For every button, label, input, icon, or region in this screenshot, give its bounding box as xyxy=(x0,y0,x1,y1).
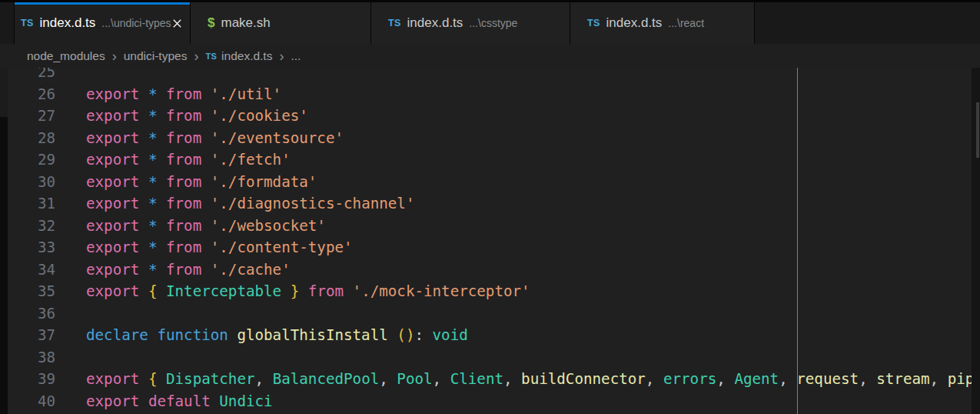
code-token: : xyxy=(414,326,432,344)
code-token: * xyxy=(148,129,166,147)
code-line[interactable]: 36 xyxy=(8,303,980,326)
line-number[interactable]: 37 xyxy=(8,325,55,347)
typescript-file-icon: TS xyxy=(21,18,34,28)
code-token: function xyxy=(157,326,237,344)
code-line[interactable]: 32export * from './websocket' xyxy=(8,215,980,238)
code-token: from xyxy=(166,129,211,147)
code-token: * xyxy=(148,239,166,256)
code-line[interactable]: 38 xyxy=(8,347,980,369)
code-token: { xyxy=(148,282,166,300)
code-token: './fetch' xyxy=(211,151,291,169)
line-number[interactable]: 34 xyxy=(8,259,55,282)
code-line[interactable]: 40export default Undici xyxy=(8,391,980,413)
code-token: './cache' xyxy=(211,261,291,279)
breadcrumb-item-undici-types[interactable]: undici-types xyxy=(124,49,188,63)
code-token: export xyxy=(86,129,148,147)
code-line[interactable]: 28export * from './eventsource' xyxy=(8,128,980,150)
line-number[interactable]: 36 xyxy=(8,303,55,326)
line-number[interactable]: 40 xyxy=(8,391,55,413)
line-number[interactable]: 30 xyxy=(8,172,55,194)
line-number[interactable]: 27 xyxy=(8,105,55,128)
tab-label: index.d.ts xyxy=(407,15,463,31)
code-token: stream xyxy=(876,370,929,388)
code-token: './util' xyxy=(211,85,281,103)
code-token: from xyxy=(166,173,211,191)
tab-label: make.sh xyxy=(221,15,270,31)
code-text: export { Dispatcher, BalancedPool, Pool,… xyxy=(86,369,980,391)
breadcrumb-label: node_modules xyxy=(27,49,105,63)
tab-make-sh[interactable]: $ make.sh xyxy=(191,2,371,44)
breadcrumb-label: index.d.ts xyxy=(221,49,272,63)
line-number[interactable]: 31 xyxy=(8,193,55,215)
code-line[interactable]: 37declare function globalThisInstall ():… xyxy=(8,325,980,347)
code-token: , xyxy=(255,370,273,388)
code-editor[interactable]: 2526export * from './util'27export * fro… xyxy=(0,68,980,414)
code-line[interactable]: 34export * from './cache' xyxy=(8,259,980,282)
code-token: * xyxy=(148,217,166,235)
line-number[interactable]: 26 xyxy=(8,84,55,106)
line-number[interactable]: 35 xyxy=(8,281,55,303)
code-token: export xyxy=(86,107,148,125)
code-text: export * from './content-type' xyxy=(86,237,353,259)
code-token: './eventsource' xyxy=(211,129,344,147)
tab-index-dts-undici-types[interactable]: TS index.d.ts ...\undici-types xyxy=(14,2,191,44)
scrollbar-slider[interactable] xyxy=(976,102,979,158)
code-token: , xyxy=(503,370,521,388)
left-edge-strip-top xyxy=(0,68,8,117)
line-number[interactable]: 28 xyxy=(8,128,55,150)
code-token: void xyxy=(433,326,468,344)
code-token: './formdata' xyxy=(211,173,317,191)
code-line[interactable]: 29export * from './fetch' xyxy=(8,149,980,172)
line-number[interactable]: 29 xyxy=(8,149,55,172)
breadcrumb-item-index-dts[interactable]: TS index.d.ts xyxy=(205,49,272,63)
tab-bar: TS index.d.ts ...\undici-types $ make.sh… xyxy=(0,0,980,44)
breadcrumb: node_modules › undici-types › TS index.d… xyxy=(0,44,980,68)
code-line[interactable]: 25 xyxy=(8,68,980,84)
breadcrumb-item-node-modules[interactable]: node_modules xyxy=(27,49,105,63)
code-line[interactable]: 26export * from './util' xyxy=(8,84,980,106)
code-token: , xyxy=(930,370,948,388)
code-token: './diagnostics-channel' xyxy=(211,195,415,212)
line-number[interactable]: 25 xyxy=(8,68,55,84)
tab-index-dts-csstype[interactable]: TS index.d.ts ...\csstype xyxy=(371,2,570,44)
code-text: export * from './util' xyxy=(86,84,281,106)
typescript-breadcrumb-icon: TS xyxy=(205,52,217,61)
code-line[interactable]: 30export * from './formdata' xyxy=(8,172,980,194)
code-token: * xyxy=(148,261,166,279)
code-line[interactable]: 39export { Dispatcher, BalancedPool, Poo… xyxy=(8,369,980,391)
breadcrumb-label: undici-types xyxy=(124,49,188,63)
tab-index-dts-react[interactable]: TS index.d.ts ...\react xyxy=(570,2,755,44)
line-number[interactable]: 39 xyxy=(8,369,55,391)
code-line[interactable]: 31export * from './diagnostics-channel' xyxy=(8,193,980,215)
code-text: declare function globalThisInstall (): v… xyxy=(86,325,468,347)
code-line[interactable]: 27export * from './cookies' xyxy=(8,105,980,128)
code-token: export xyxy=(86,85,148,103)
code-token: request xyxy=(796,370,859,388)
code-token: Client xyxy=(450,370,503,388)
code-line[interactable]: 33export * from './content-type' xyxy=(8,237,980,259)
line-number[interactable]: 32 xyxy=(8,215,55,238)
code-token: * xyxy=(148,85,166,103)
shell-file-icon: $ xyxy=(208,15,214,31)
left-edge-strip xyxy=(0,68,8,414)
close-icon[interactable] xyxy=(171,18,183,29)
code-token: Pool xyxy=(397,370,432,388)
code-text: export * from './websocket' xyxy=(86,215,326,238)
code-token: , xyxy=(433,370,450,388)
breadcrumb-chevron-icon: › xyxy=(112,49,117,63)
code-token: export xyxy=(86,217,148,235)
code-token: * xyxy=(148,107,166,125)
code-token: from xyxy=(308,282,353,300)
code-token: export xyxy=(86,261,148,279)
code-token: export xyxy=(86,282,148,300)
code-token: , xyxy=(859,370,876,388)
code-token: './cookies' xyxy=(211,107,308,125)
line-number[interactable]: 33 xyxy=(8,237,55,259)
code-line[interactable]: 35export { Interceptable } from './mock-… xyxy=(8,281,980,303)
line-number[interactable]: 38 xyxy=(8,347,55,369)
code-token: export xyxy=(86,370,148,388)
code-token: , xyxy=(779,370,796,388)
code-text: export * from './eventsource' xyxy=(86,128,344,150)
breadcrumb-item-symbol-path[interactable]: ... xyxy=(291,49,301,63)
code-token: { xyxy=(148,370,166,388)
